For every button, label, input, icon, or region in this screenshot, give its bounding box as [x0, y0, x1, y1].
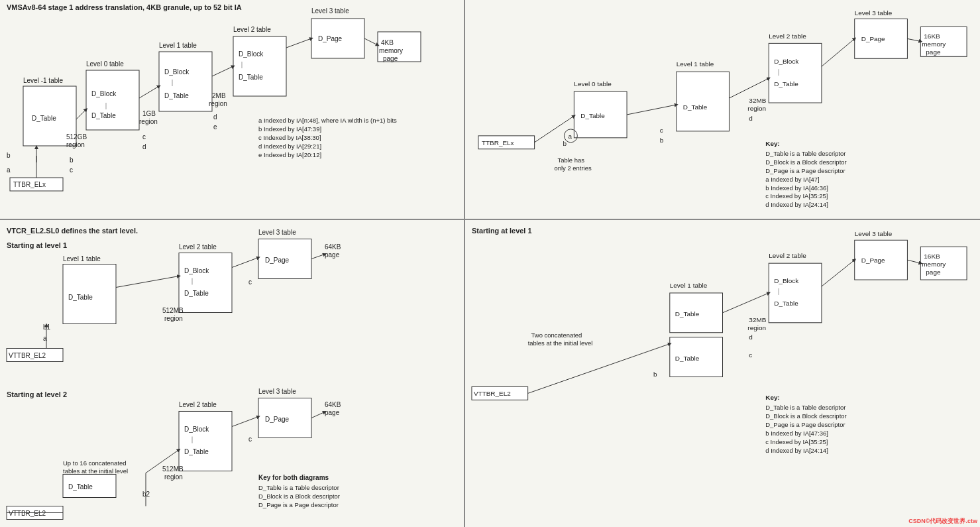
svg-text:d  Indexed by IA[24:14]: d Indexed by IA[24:14] [765, 447, 828, 454]
svg-text:Level 0 table: Level 0 table [574, 80, 612, 88]
svg-text:Level 2 table: Level 2 table [233, 26, 271, 33]
svg-text:D_Block: D_Block [91, 90, 117, 97]
top-right-panel: Level 3 table D_Page 16KB memory page Le… [465, 0, 980, 219]
svg-rect-62 [769, 43, 822, 103]
svg-text:D_Page: D_Page [861, 35, 885, 42]
svg-line-28 [139, 86, 159, 98]
svg-text:Level 3 table: Level 3 table [855, 9, 893, 17]
svg-text:page: page [325, 409, 340, 416]
svg-rect-124 [179, 412, 232, 471]
svg-text:c: c [248, 278, 252, 286]
svg-text:D_Block: D_Block [184, 267, 209, 274]
svg-text:c: c [142, 133, 146, 141]
svg-text:D_Page: D_Page [861, 257, 885, 264]
svg-text:c  Indexed by IA[35:25]: c Indexed by IA[35:25] [765, 438, 828, 445]
svg-text:c  Indexed by IA[38:30]: c Indexed by IA[38:30] [258, 134, 321, 141]
svg-text:D_Page is a Page descriptor: D_Page is a Page descriptor [765, 167, 845, 174]
svg-text:2MB: 2MB [212, 92, 226, 99]
svg-text:Level 3 table: Level 3 table [311, 7, 349, 15]
svg-text:D_Table: D_Table [580, 112, 605, 119]
svg-text:region: region [747, 324, 766, 331]
svg-text:a: a [568, 133, 572, 140]
svg-text:Level 3 table: Level 3 table [855, 230, 893, 237]
svg-text:D_Block is a Block descriptor: D_Block is a Block descriptor [765, 158, 846, 166]
svg-text:page: page [383, 55, 398, 62]
svg-text:d: d [749, 115, 753, 122]
svg-text:Level 2 table: Level 2 table [769, 252, 806, 259]
svg-text:Key:: Key: [765, 394, 780, 401]
svg-text:Level 1 table: Level 1 table [670, 282, 708, 289]
svg-text:D_Table: D_Table [675, 310, 700, 318]
svg-text:only 2 entries: only 2 entries [554, 164, 591, 172]
svg-line-75 [729, 78, 769, 98]
svg-line-121 [232, 258, 258, 268]
svg-text:VTCR_EL2.SL0 defines the start: VTCR_EL2.SL0 defines the start level. [7, 227, 138, 235]
svg-text:D_Block: D_Block [239, 50, 264, 58]
bottom-left-diagram: VTCR_EL2.SL0 defines the start level. St… [0, 220, 464, 527]
svg-text:Level 2 table: Level 2 table [179, 243, 217, 251]
svg-rect-71 [677, 72, 730, 131]
svg-line-69 [822, 38, 855, 66]
svg-text:VTTBR_EL2: VTTBR_EL2 [9, 352, 46, 359]
svg-line-42 [286, 38, 311, 48]
svg-line-18 [76, 109, 86, 119]
svg-text:Level 3 table: Level 3 table [258, 388, 296, 395]
svg-text:Two concatenated: Two concatenated [531, 331, 582, 339]
svg-line-47 [364, 38, 378, 45]
svg-rect-162 [769, 263, 822, 323]
svg-text:D_Page: D_Page [318, 35, 343, 42]
svg-text:memory: memory [922, 261, 946, 268]
svg-text:512GB: 512GB [66, 133, 87, 141]
svg-text:region: region [139, 118, 158, 125]
svg-text:b  Indexed by IA[47:36]: b Indexed by IA[47:36] [765, 430, 828, 437]
svg-line-38 [212, 66, 233, 76]
svg-text:b: b [660, 137, 664, 144]
svg-text:D_Block: D_Block [184, 426, 209, 433]
svg-text:D_Page: D_Page [265, 416, 290, 423]
svg-text:b: b [653, 371, 657, 378]
svg-text:D_Table: D_Table [68, 294, 93, 301]
svg-text:D_Table: D_Table [68, 483, 93, 491]
svg-text:d: d [142, 143, 146, 150]
svg-text:512MB: 512MB [162, 465, 184, 473]
svg-text:64KB: 64KB [325, 243, 341, 251]
watermark: CSDN©代码改变世界.ctw [908, 517, 977, 526]
top-left-panel: VMSAv8-64 stage 1 address translation, 4… [0, 0, 464, 219]
bottom-right-panel: Starting at level 1 Level 3 table D_Page… [465, 220, 980, 527]
svg-text:d: d [749, 333, 753, 341]
svg-text:b2: b2 [142, 491, 150, 498]
svg-text:VTTBR_EL2: VTTBR_EL2 [474, 390, 511, 397]
svg-text:Level 2 table: Level 2 table [179, 401, 217, 408]
svg-text:b  Indexed by IA[46:36]: b Indexed by IA[46:36] [765, 184, 828, 192]
svg-rect-20 [159, 52, 212, 111]
svg-text:4KB: 4KB [381, 39, 394, 46]
svg-text:tables at the initial level: tables at the initial level [528, 339, 593, 347]
svg-text:region: region [66, 141, 85, 148]
svg-text:D_Page is a Page descriptor: D_Page is a Page descriptor [765, 421, 845, 428]
svg-text:D_Page is a Page descriptor: D_Page is a Page descriptor [258, 501, 339, 508]
svg-text:c: c [749, 351, 752, 359]
svg-text:D_Page: D_Page [265, 257, 290, 264]
svg-text:D_Block is a Block descriptor: D_Block is a Block descriptor [258, 493, 340, 500]
svg-text:Starting at level 2: Starting at level 2 [7, 390, 67, 398]
svg-line-160 [907, 260, 920, 263]
svg-text:c: c [70, 166, 73, 174]
svg-text:Level 1 table: Level 1 table [159, 42, 197, 49]
svg-text:D_Table is a Table descriptor: D_Table is a Table descriptor [765, 150, 845, 157]
svg-text:a: a [7, 166, 11, 174]
svg-text:16KB: 16KB [924, 32, 940, 40]
svg-text:d  Indexed by IA[29:21]: d Indexed by IA[29:21] [258, 143, 321, 150]
svg-text:c: c [248, 436, 252, 443]
svg-text:tables at the initial level: tables at the initial level [63, 467, 128, 475]
svg-text:D_Table: D_Table [32, 115, 56, 122]
svg-text:Level 2 table: Level 2 table [769, 32, 806, 40]
svg-text:page: page [926, 48, 941, 56]
svg-text:TTBR_ELx: TTBR_ELx [13, 181, 46, 188]
svg-text:b: b [7, 152, 11, 159]
svg-rect-107 [179, 253, 232, 313]
svg-line-119 [311, 255, 325, 259]
svg-text:region: region [164, 315, 183, 322]
svg-text:D_Block is a Block descriptor: D_Block is a Block descriptor [765, 412, 846, 420]
svg-text:d  Indexed by IA[24:14]: d Indexed by IA[24:14] [765, 201, 828, 208]
svg-text:16KB: 16KB [924, 253, 940, 260]
